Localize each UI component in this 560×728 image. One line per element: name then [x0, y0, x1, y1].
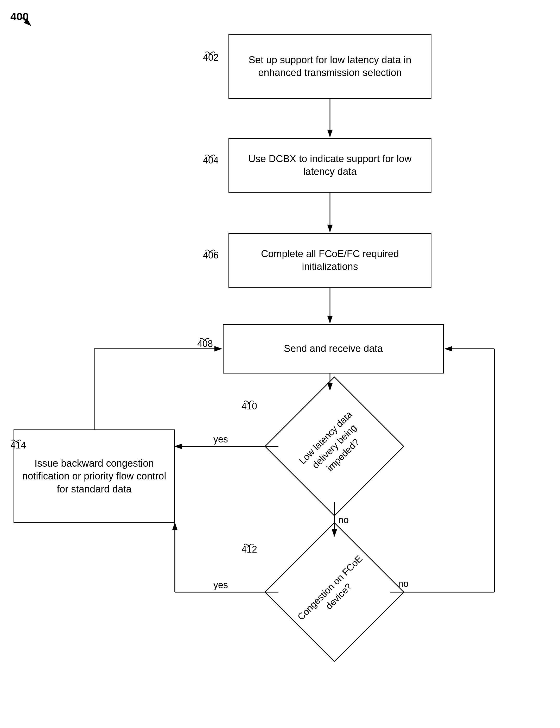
node-412-diamond	[264, 522, 404, 662]
node-404-id: 404	[203, 155, 219, 166]
flowchart-diagram: 400 Set up support for low latency data …	[0, 0, 560, 728]
node-410-id: 410	[241, 401, 257, 412]
node-410-wrapper: Low latency data delivery being impeded?	[278, 390, 390, 502]
node-410-diamond	[264, 376, 404, 516]
yes-label-410: yes	[213, 434, 228, 445]
node-408-label: Send and receive data	[284, 342, 383, 355]
node-404: Use DCBX to indicate support for low lat…	[228, 138, 431, 193]
node-408: Send and receive data	[223, 324, 444, 374]
diagram-number: 400	[10, 10, 29, 23]
node-414-label: Issue backward congestion notification o…	[20, 457, 169, 496]
node-412-wrapper: Congestion on FCoE device?	[278, 536, 390, 648]
node-406: Complete all FCoE/FC required initializa…	[228, 233, 431, 288]
yes-label-412: yes	[213, 580, 228, 590]
node-408-id: 408	[197, 338, 213, 349]
node-402-label: Set up support for low latency data in e…	[234, 54, 425, 79]
node-404-label: Use DCBX to indicate support for low lat…	[234, 153, 425, 178]
node-406-label: Complete all FCoE/FC required initializa…	[234, 248, 425, 273]
node-402: Set up support for low latency data in e…	[228, 34, 431, 99]
node-412-id: 412	[241, 544, 257, 555]
node-406-id: 406	[203, 250, 219, 261]
node-414: Issue backward congestion notification o…	[14, 429, 175, 523]
node-402-id: 402	[203, 52, 219, 63]
no-label-410: no	[338, 515, 349, 525]
node-414-id: 414	[10, 440, 26, 451]
